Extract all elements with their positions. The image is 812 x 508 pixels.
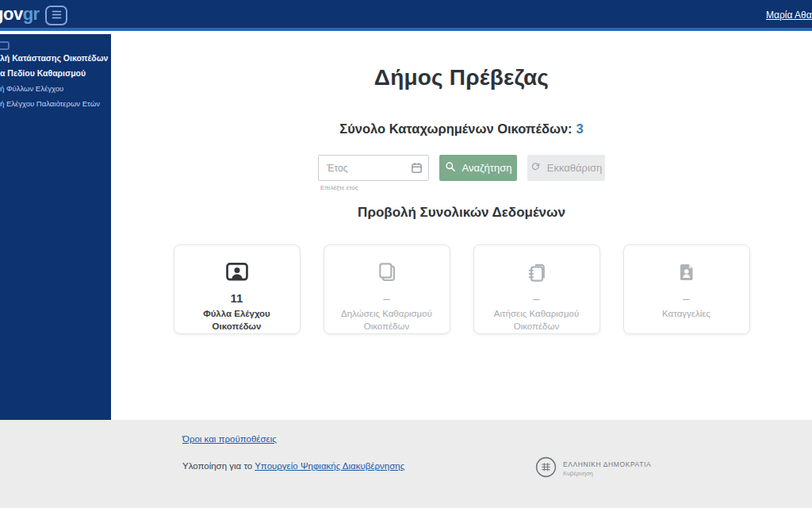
notebook-icon <box>474 257 599 287</box>
card-label: Φύλλα Ελέγχου Οικοπέδων <box>181 308 293 333</box>
card-value: – <box>324 292 450 305</box>
section-title: Προβολή Συνολικών Δεδομένων <box>111 205 812 221</box>
hamburger-icon <box>52 10 62 21</box>
footer: Όροι και προϋποθέσεις Υλοποίηση για το Υ… <box>0 420 812 508</box>
total-registered-value: 3 <box>576 121 584 136</box>
search-button[interactable]: Αναζήτηση <box>439 155 517 181</box>
sidebar: λή Κατάστασης Οικοπέδων α Πεδίου Καθαρισ… <box>0 34 111 420</box>
user-menu-link[interactable]: Μαρία Αθαν <box>766 10 812 21</box>
hamburger-menu-button[interactable] <box>45 6 67 25</box>
page-title: Δήμος Πρέβεζας <box>111 64 812 91</box>
total-registered-line: Σύνολο Καταχωρημένων Οικοπέδων:3 <box>111 121 812 137</box>
card-complaints: – Καταγγελίες <box>623 244 750 334</box>
card-cleaning-requests: – Αιτήσεις Καθαρισμού Οικοπέδων <box>473 244 600 334</box>
sidebar-item-inspection-sheets[interactable]: ή Φύλλων Ελέγχου <box>0 84 111 93</box>
card-label: Δηλώσεις Καθαρισμού Οικοπέδων <box>331 308 443 333</box>
govgr-logo-gov: gov <box>0 4 23 24</box>
documents-copy-icon <box>324 257 450 287</box>
sidebar-item-cleaning-field[interactable]: α Πεδίου Καθαρισμού <box>0 69 111 78</box>
sidebar-item-previous-years-checks[interactable]: ή Ελέγχου Παλαιότερων Ετών <box>0 99 111 108</box>
card-value: – <box>624 292 749 305</box>
terms-link[interactable]: Όροι και προϋποθέσεις <box>182 434 277 444</box>
hellenic-republic-text: ΕΛΛΗΝΙΚΗ ΔΗΜΟΚΡΑΤΙΑ Κυβέρνηση <box>563 460 651 477</box>
sidebar-item-plot-status[interactable]: λή Κατάστασης Οικοπέδων <box>0 54 111 63</box>
search-form: Επιλέξτε έτος Αναζήτηση Εκκαθάριση <box>111 155 812 191</box>
govgr-logo[interactable]: govgr <box>0 4 40 25</box>
implementation-prefix: Υλοποίηση για το <box>182 461 255 471</box>
year-helper-text: Επιλέξτε έτος <box>318 184 429 191</box>
top-header: govgr Μαρία Αθαν <box>0 0 812 31</box>
card-cleaning-declarations: – Δηλώσεις Καθαρισμού Οικοπέδων <box>324 244 450 334</box>
card-label: Αιτήσεις Καθαρισμού Οικοπέδων <box>481 308 593 333</box>
person-document-icon <box>624 257 749 287</box>
summary-cards: 11 Φύλλα Ελέγχου Οικοπέδων – Δηλώσεις Κα… <box>111 244 812 334</box>
clear-button[interactable]: Εκκαθάριση <box>527 155 605 181</box>
govgr-logo-gr: gr <box>23 4 40 24</box>
ministry-link[interactable]: Υπουργείο Ψηφιακής Διακυβέρνησης <box>255 461 404 471</box>
sidebar-nav: λή Κατάστασης Οικοπέδων α Πεδίου Καθαρισ… <box>0 54 111 114</box>
hellenic-republic-block: ΕΛΛΗΝΙΚΗ ΔΗΜΟΚΡΑΤΙΑ Κυβέρνηση <box>535 456 651 481</box>
screen: govgr Μαρία Αθαν λή Κατάστασης Οικοπέδων… <box>0 0 812 508</box>
total-registered-label: Σύνολο Καταχωρημένων Οικοπέδων: <box>339 121 572 136</box>
clear-button-label: Εκκαθάριση <box>547 162 602 174</box>
search-button-label: Αναζήτηση <box>462 162 512 174</box>
calendar-icon[interactable] <box>411 162 423 177</box>
person-badge-icon <box>174 257 300 287</box>
search-icon <box>445 161 456 175</box>
card-inspection-sheets[interactable]: 11 Φύλλα Ελέγχου Οικοπέδων <box>174 244 301 334</box>
implementation-line: Υλοποίηση για το Υπουργείο Ψηφιακής Διακ… <box>182 461 404 471</box>
card-value: 11 <box>174 292 300 305</box>
refresh-icon <box>530 162 541 175</box>
main-content: Δήμος Πρέβεζας Σύνολο Καταχωρημένων Οικο… <box>111 34 812 420</box>
hellenic-republic-emblem <box>535 456 557 481</box>
sidebar-partial-icon <box>0 41 10 50</box>
year-field: Επιλέξτε έτος <box>318 155 429 191</box>
card-label: Καταγγελίες <box>630 308 743 321</box>
hellenic-republic-subtitle: Κυβέρνηση <box>563 470 651 477</box>
hellenic-republic-title: ΕΛΛΗΝΙΚΗ ΔΗΜΟΚΡΑΤΙΑ <box>563 460 651 468</box>
card-value: – <box>474 292 599 305</box>
